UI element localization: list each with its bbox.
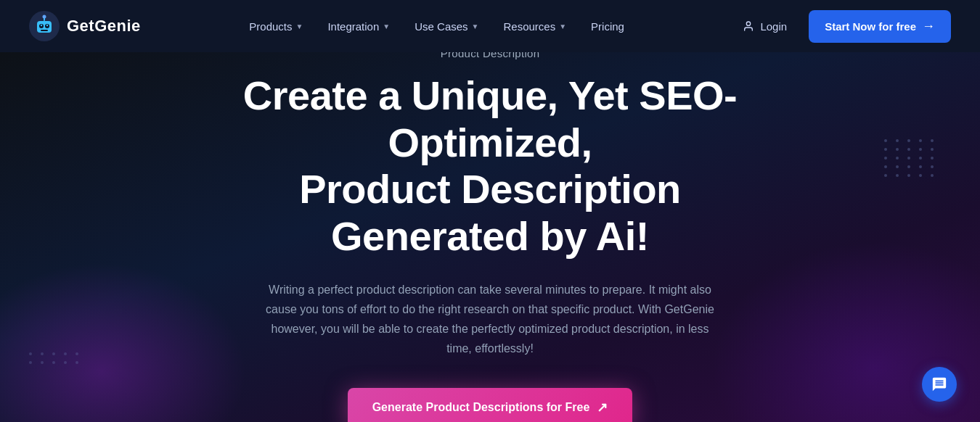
- cta-button[interactable]: Generate Product Descriptions for Free ↗: [348, 388, 633, 422]
- svg-point-9: [747, 22, 751, 25]
- external-link-icon: ↗: [597, 400, 608, 415]
- dot-grid-decoration: [884, 139, 936, 177]
- dot-grid-bl-decoration: [29, 352, 81, 364]
- logo-link[interactable]: GetGenie: [29, 11, 141, 41]
- login-button[interactable]: Login: [732, 15, 797, 38]
- navbar: GetGenie Products ▼ Integration ▼ Use Ca…: [0, 0, 980, 52]
- logo-text: GetGenie: [67, 17, 141, 36]
- svg-point-5: [46, 25, 48, 26]
- start-now-button[interactable]: Start Now for free →: [809, 10, 951, 43]
- svg-point-7: [43, 15, 46, 19]
- nav-item-integration[interactable]: Integration ▼: [317, 15, 400, 38]
- nav-item-resources[interactable]: Resources ▼: [493, 15, 576, 38]
- chevron-down-icon: ▼: [383, 22, 390, 30]
- hero-section: Product Description Create a Unique, Yet…: [0, 52, 980, 422]
- chevron-down-icon: ▼: [472, 22, 479, 30]
- chat-support-button[interactable]: [922, 367, 957, 402]
- nav-item-products[interactable]: Products ▼: [239, 15, 313, 38]
- chevron-down-icon: ▼: [559, 22, 566, 30]
- logo-icon: [29, 11, 60, 41]
- hero-title: Create a Unique, Yet SEO-Optimized, Prod…: [229, 73, 751, 260]
- svg-rect-8: [41, 30, 48, 31]
- hero-subtitle: Product Description: [229, 52, 751, 59]
- hero-description: Writing a perfect product description ca…: [258, 280, 722, 359]
- arrow-right-icon: →: [922, 19, 935, 34]
- nav-links: Products ▼ Integration ▼ Use Cases ▼ Res…: [239, 15, 634, 38]
- svg-point-4: [41, 25, 42, 26]
- nav-item-use-cases[interactable]: Use Cases ▼: [404, 15, 489, 38]
- nav-item-pricing[interactable]: Pricing: [581, 15, 634, 38]
- nav-right: Login Start Now for free →: [732, 10, 951, 43]
- chat-icon: [931, 376, 947, 392]
- hero-content: Product Description Create a Unique, Yet…: [200, 52, 780, 422]
- user-icon: [743, 20, 754, 32]
- chevron-down-icon: ▼: [296, 22, 303, 30]
